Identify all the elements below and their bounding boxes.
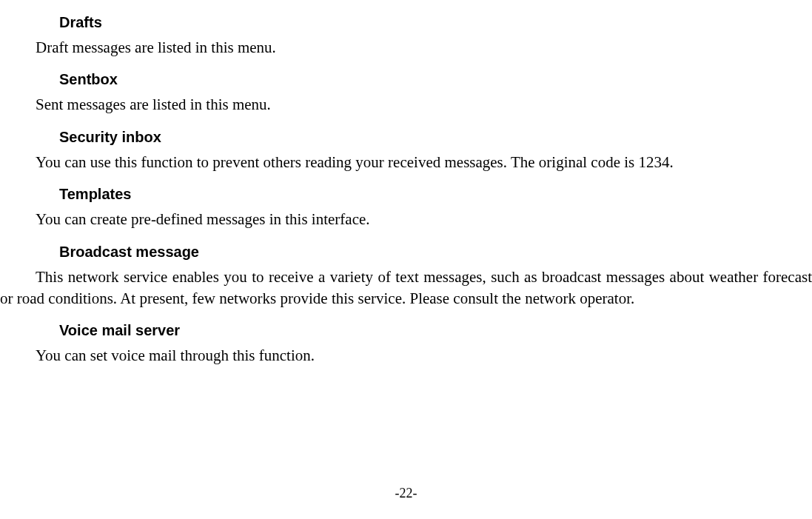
body-security-inbox: You can use this function to prevent oth… bbox=[36, 152, 812, 173]
body-drafts: Draft messages are listed in this menu. bbox=[36, 37, 812, 58]
body-broadcast-message: This network service enables you to rece… bbox=[0, 267, 812, 310]
body-voice-mail-server: You can set voice mail through this func… bbox=[36, 345, 812, 366]
page-number: -22- bbox=[0, 484, 812, 503]
document-page: Drafts Draft messages are listed in this… bbox=[0, 0, 812, 367]
heading-templates: Templates bbox=[59, 184, 812, 204]
body-sentbox: Sent messages are listed in this menu. bbox=[36, 94, 812, 115]
heading-broadcast-message: Broadcast message bbox=[59, 241, 812, 262]
heading-sentbox: Sentbox bbox=[59, 69, 812, 90]
heading-voice-mail-server: Voice mail server bbox=[59, 320, 812, 341]
heading-security-inbox: Security inbox bbox=[59, 127, 812, 147]
body-templates: You can create pre-defined messages in t… bbox=[36, 209, 812, 230]
heading-drafts: Drafts bbox=[59, 12, 812, 33]
